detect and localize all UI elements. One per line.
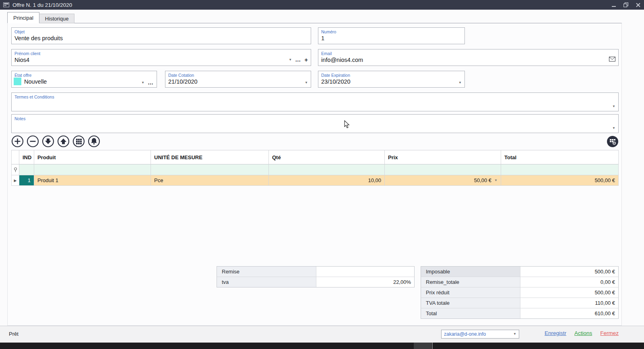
cell-ind[interactable]: 1	[19, 175, 34, 186]
filter-cell[interactable]	[501, 164, 619, 175]
window-title: Offre N. 1 du 21/10/2020	[12, 2, 72, 8]
remise-totale-label: Remise_totale	[421, 277, 520, 287]
grid-header-row: IND Produit UNITÉ DE MESURE Qté Prix Tot…	[11, 150, 619, 164]
prenom-client-field[interactable]: Prénom client Nios4 ▼ … +	[11, 49, 311, 66]
remise-totale-value: 0,00 €	[520, 277, 618, 287]
filter-cell[interactable]	[385, 164, 501, 175]
tva-label: tva	[217, 277, 316, 287]
titlebar: Offre N. 1 du 21/10/2020	[0, 0, 644, 10]
notes-field[interactable]: Notes ▼	[11, 114, 619, 133]
date-cotation-field[interactable]: Date Cotation 21/10/2020 ▼	[165, 71, 311, 88]
cell-prix[interactable]: 50,00 €▼	[385, 175, 501, 186]
tab-strip: Principal Historique	[7, 13, 74, 23]
plus-icon[interactable]: +	[304, 57, 308, 63]
cell-total[interactable]: 500,00 €	[501, 175, 619, 186]
tva-totale-label: TVA totale	[421, 298, 520, 308]
ellipsis-icon[interactable]: …	[148, 82, 154, 84]
chevron-down-icon[interactable]: ▼	[494, 179, 497, 182]
totals-table: Imposable 500,00 € Remise_totale 0,00 € …	[421, 266, 619, 319]
termes-label: Termes et Conditions	[14, 94, 54, 99]
etat-offre-field[interactable]: État offre Nouvelle ▼ …	[11, 71, 157, 88]
chevron-down-icon[interactable]: ▼	[289, 58, 292, 62]
numero-field[interactable]: Numéro 1	[318, 27, 465, 44]
action-links: Enregistr Actions Fermez	[545, 330, 619, 336]
date-cotation-value: 21/10/2020	[168, 78, 198, 85]
move-down-button[interactable]	[42, 135, 54, 148]
table-row: Prix réduit 500,00 €	[421, 287, 618, 298]
remise-tva-table: Remise tva 22,00%	[217, 266, 415, 287]
close-button[interactable]	[632, 0, 644, 10]
prenom-client-value: Nios4	[14, 57, 29, 63]
imposable-value: 500,00 €	[520, 267, 618, 277]
chevron-down-icon[interactable]: ▼	[612, 127, 615, 130]
move-up-button[interactable]	[57, 135, 70, 148]
account-select[interactable]: zakaria@d-one.info ▼	[441, 330, 519, 339]
grid-header-unite[interactable]: UNITÉ DE MESURE	[151, 150, 269, 164]
cell-value: 500,00 €	[594, 177, 615, 183]
grid-header-ind[interactable]: IND	[19, 150, 34, 164]
table-row: Remise_totale 0,00 €	[421, 277, 618, 287]
filter-cell[interactable]	[151, 164, 269, 175]
col-label: Total	[504, 154, 516, 160]
objet-value: Vente des produits	[14, 35, 63, 41]
add-row-button[interactable]	[11, 135, 24, 148]
termes-field[interactable]: Termes et Conditions ▼	[11, 92, 619, 111]
col-label: UNITÉ DE MESURE	[154, 154, 202, 160]
grid-header-produit[interactable]: Produit	[34, 150, 151, 164]
filter-cell[interactable]	[19, 164, 34, 175]
cell-value: Produit 1	[37, 177, 58, 183]
chevron-down-icon[interactable]: ▼	[305, 81, 308, 84]
taskbar-button[interactable]	[414, 343, 431, 349]
filter-pin-icon	[11, 164, 19, 175]
cell-produit[interactable]: Produit 1	[34, 175, 151, 186]
numero-value: 1	[321, 35, 324, 41]
grid-header-selector	[11, 150, 19, 164]
grid-header-total[interactable]: Total	[501, 150, 619, 164]
grid-header-prix[interactable]: Prix	[385, 150, 501, 164]
grid-view-button[interactable]	[72, 135, 85, 148]
etat-offre-label: État offre	[14, 73, 31, 78]
table-row[interactable]: Remise	[217, 267, 414, 277]
chevron-down-icon[interactable]: ▼	[612, 105, 615, 108]
table-row[interactable]: tva 22,00%	[217, 277, 414, 287]
save-link[interactable]: Enregistr	[545, 330, 566, 336]
tab-historique[interactable]: Historique	[39, 14, 75, 23]
cell-qte[interactable]: 10,00	[269, 175, 385, 186]
minimize-button[interactable]	[608, 0, 620, 10]
status-bar: Prêt zakaria@d-one.info ▼ Enregistr Acti…	[0, 326, 644, 343]
remise-value[interactable]	[316, 267, 414, 277]
grid-header-qte[interactable]: Qté	[269, 150, 385, 164]
status-text: Prêt	[9, 331, 19, 337]
close-link[interactable]: Fermez	[600, 330, 619, 336]
objet-field[interactable]: Objet Vente des produits	[11, 27, 311, 44]
envelope-icon[interactable]	[609, 57, 615, 63]
email-field[interactable]: Email info@nios4.com	[318, 49, 619, 66]
ellipsis-icon[interactable]: …	[295, 59, 301, 61]
taskbar-divider	[432, 343, 433, 349]
tva-value[interactable]: 22,00%	[316, 277, 414, 287]
tab-principal[interactable]: Principal	[7, 12, 39, 23]
tva-totale-value: 110,00 €	[520, 298, 618, 308]
prix-reduit-value: 500,00 €	[520, 287, 618, 298]
table-row[interactable]: ▶ 1 Produit 1 Pce 10,00 50,00 €▼ 500,00 …	[11, 175, 619, 186]
remove-row-button[interactable]	[27, 135, 39, 148]
row-selector-arrow-icon[interactable]: ▶	[11, 175, 19, 186]
filter-cell[interactable]	[269, 164, 385, 175]
col-label: Produit	[37, 154, 56, 160]
chevron-down-icon[interactable]: ▼	[458, 81, 462, 84]
chevron-down-icon[interactable]: ▼	[141, 81, 144, 84]
grid-toolbar	[11, 135, 100, 148]
notifications-button[interactable]	[88, 135, 100, 148]
col-label: IND	[23, 154, 31, 160]
date-expiration-field[interactable]: Date Expiration 23/10/2020 ▼	[318, 71, 465, 88]
remise-label: Remise	[217, 267, 316, 277]
restore-button[interactable]	[620, 0, 632, 10]
grid-filter-row[interactable]	[11, 164, 619, 175]
prix-reduit-label: Prix réduit	[421, 287, 520, 298]
notes-label: Notes	[14, 116, 25, 121]
cell-unite[interactable]: Pce	[151, 175, 269, 186]
filter-cell[interactable]	[34, 164, 151, 175]
grid-settings-button[interactable]	[607, 135, 619, 148]
cell-value: 50,00 €	[474, 177, 491, 183]
actions-link[interactable]: Actions	[574, 330, 592, 336]
